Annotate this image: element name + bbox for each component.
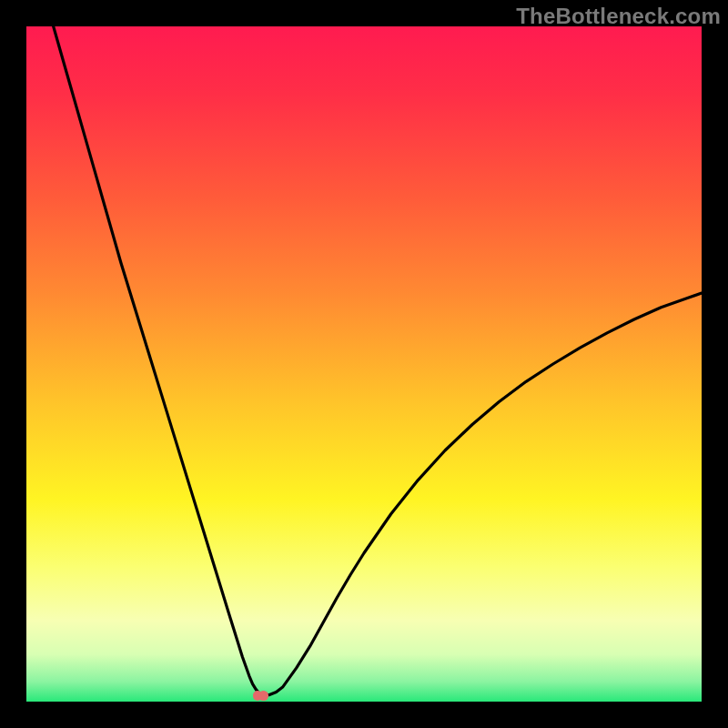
marker-highlight-b [258,691,268,700]
chart-stage: TheBottleneck.com [0,0,728,728]
plot-area [26,26,702,702]
watermark-text: TheBottleneck.com [516,4,721,29]
background-gradient [26,26,702,702]
curve-line [26,26,702,702]
svg-rect-0 [26,26,702,702]
